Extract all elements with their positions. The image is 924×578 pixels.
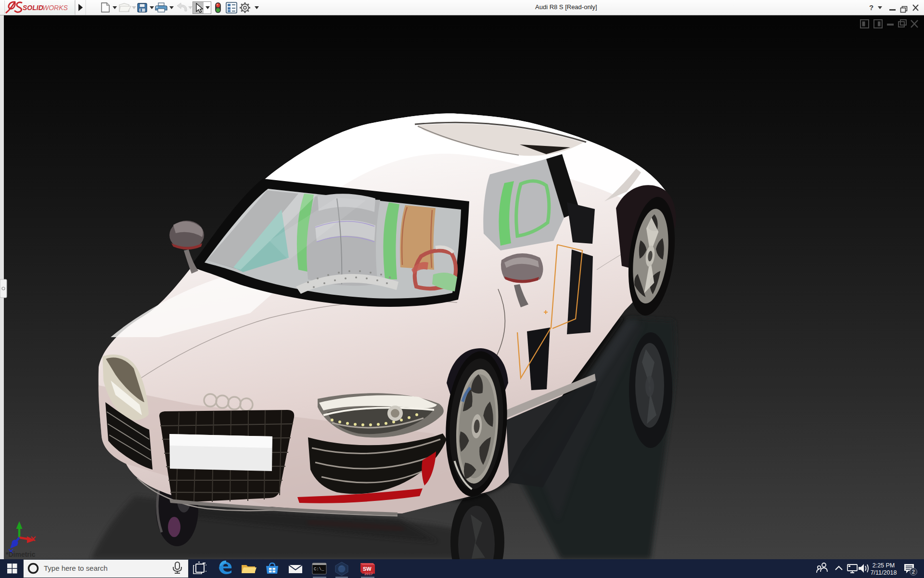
svg-text:2:25 PM: 2:25 PM	[873, 562, 895, 569]
svg-text:7/11/2018: 7/11/2018	[871, 569, 897, 576]
svg-text:WORKS: WORKS	[42, 4, 68, 12]
svg-text:*Dimetric: *Dimetric	[6, 551, 36, 558]
svg-text:SW: SW	[363, 566, 372, 572]
svg-text:2017: 2017	[364, 572, 373, 576]
svg-text:2: 2	[912, 569, 915, 575]
svg-text:?: ?	[869, 3, 873, 12]
svg-text:C:\_: C:\_	[314, 567, 324, 572]
svg-text:SOLID: SOLID	[23, 4, 43, 12]
